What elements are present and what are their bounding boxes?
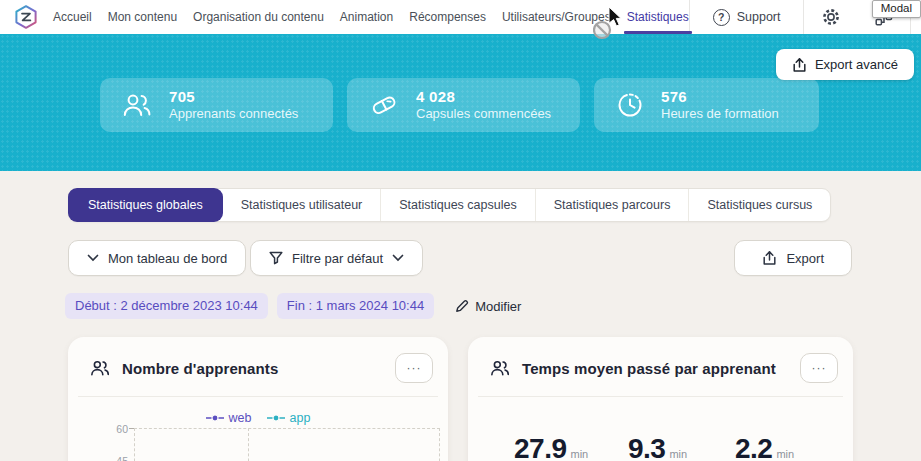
export-advanced-button[interactable]: Export avancé bbox=[776, 49, 914, 80]
modify-dates-button[interactable]: Modifier bbox=[455, 299, 521, 314]
stat-value: 27.9 bbox=[514, 433, 567, 461]
kpi-capsules-started: 4 028 Capsules commencées bbox=[347, 78, 580, 132]
nav-items: Accueil Mon contenu Organisation du cont… bbox=[53, 0, 689, 34]
kpi-text: 576 Heures de formation bbox=[661, 88, 779, 123]
gridline-horizontal bbox=[134, 428, 440, 429]
more-options-button[interactable]: ··· bbox=[800, 353, 838, 383]
avg-time-values: 27.9 min 9.3 min 2.2 min bbox=[468, 433, 853, 461]
kpi-value: 576 bbox=[661, 88, 779, 107]
kpi-learners-connected: 705 Apprenants connectés bbox=[100, 78, 333, 132]
legend-label: web bbox=[229, 411, 252, 425]
kpi-label: Capsules commencées bbox=[416, 106, 551, 122]
avg-time-panel: Temps moyen passé par apprenant ··· 27.9… bbox=[468, 337, 853, 461]
avg-time-stat: 27.9 min bbox=[514, 433, 588, 461]
chevron-down-icon bbox=[87, 254, 99, 262]
share-icon bbox=[762, 250, 777, 266]
nav-item-organisation-du-contenu[interactable]: Organisation du contenu bbox=[193, 0, 324, 34]
panel-title: Nombre d'apprenants bbox=[122, 360, 278, 377]
avg-time-stat: 2.2 min bbox=[735, 433, 794, 461]
kpi-row: 705 Apprenants connectés 4 028 Capsules … bbox=[100, 78, 819, 132]
chevron-down-icon bbox=[392, 254, 404, 262]
users-icon bbox=[121, 90, 153, 120]
statistics-tabbar: Statistiques globales Statistiques utili… bbox=[68, 188, 831, 222]
tab-statistiques-utilisateur[interactable]: Statistiques utilisateur bbox=[223, 189, 381, 221]
stat-value: 2.2 bbox=[735, 433, 772, 461]
kpi-value: 705 bbox=[169, 88, 298, 107]
export-button[interactable]: Export bbox=[734, 240, 852, 276]
tab-statistiques-capsules[interactable]: Statistiques capsules bbox=[380, 189, 534, 221]
kpi-training-hours: 576 Heures de formation bbox=[594, 78, 819, 132]
y-axis-line bbox=[134, 428, 135, 461]
gear-icon bbox=[821, 7, 841, 27]
kpi-text: 4 028 Capsules commencées bbox=[416, 88, 551, 123]
nav-item-statistiques[interactable]: Statistiques bbox=[627, 0, 689, 34]
filter-icon bbox=[269, 251, 283, 265]
active-nav-indicator bbox=[624, 31, 692, 34]
stat-unit: min bbox=[571, 448, 589, 460]
nav-item-accueil[interactable]: Accueil bbox=[53, 0, 92, 34]
nav-item-recompenses[interactable]: Récompenses bbox=[409, 0, 486, 34]
date-end-chip: Fin : 1 mars 2024 10:44 bbox=[277, 293, 434, 319]
users-icon bbox=[488, 358, 512, 378]
nav-item-label: Statistiques bbox=[627, 10, 689, 24]
avg-time-stat: 9.3 min bbox=[628, 433, 687, 461]
tab-statistiques-parcours[interactable]: Statistiques parcours bbox=[535, 189, 689, 221]
export-advanced-label: Export avancé bbox=[815, 57, 898, 72]
modify-label: Modifier bbox=[475, 299, 521, 314]
y-axis-tick-45: 45 bbox=[106, 455, 128, 461]
nav-item-mon-contenu[interactable]: Mon contenu bbox=[108, 0, 177, 34]
modal-tooltip: Modal bbox=[872, 0, 921, 18]
top-navigation: Accueil Mon contenu Organisation du cont… bbox=[0, 0, 921, 34]
nav-item-utilisateurs-groupes[interactable]: Utilisateurs/Groupes bbox=[502, 0, 611, 34]
main-content: Statistiques globales Statistiques utili… bbox=[0, 171, 921, 461]
nav-item-animation[interactable]: Animation bbox=[340, 0, 393, 34]
stats-banner: Export avancé 705 Apprenants connectés bbox=[0, 34, 921, 171]
share-icon bbox=[792, 57, 807, 73]
stat-value: 9.3 bbox=[628, 433, 665, 461]
panel-title: Temps moyen passé par apprenant bbox=[522, 360, 776, 377]
date-start-chip: Début : 2 décembre 2023 10:44 bbox=[65, 293, 268, 319]
gridline-vertical bbox=[439, 428, 440, 461]
filter-dropdown-label: Filtre par défaut bbox=[292, 251, 383, 266]
tab-statistiques-globales[interactable]: Statistiques globales bbox=[68, 188, 223, 222]
settings-button[interactable] bbox=[804, 7, 858, 27]
kpi-label: Apprenants connectés bbox=[169, 106, 298, 122]
learners-chart-panel: Nombre d'apprenants ··· web a bbox=[68, 337, 448, 461]
learners-chart: web app 60 45 bbox=[68, 397, 448, 461]
date-filter-row: Début : 2 décembre 2023 10:44 Fin : 1 ma… bbox=[65, 293, 521, 319]
panel-header: Temps moyen passé par apprenant ··· bbox=[468, 337, 853, 383]
y-axis-tick-60: 60 bbox=[106, 423, 128, 435]
support-label: Support bbox=[737, 10, 781, 24]
help-icon: ? bbox=[713, 9, 730, 26]
legend-label: app bbox=[290, 411, 311, 425]
divider bbox=[478, 396, 843, 397]
users-icon bbox=[88, 358, 112, 378]
dashboard-dropdown-label: Mon tableau de bord bbox=[108, 251, 227, 266]
more-options-button[interactable]: ··· bbox=[395, 353, 433, 383]
app-logo[interactable] bbox=[13, 4, 39, 30]
kpi-label: Heures de formation bbox=[661, 106, 779, 122]
gridline-vertical bbox=[248, 428, 249, 461]
stat-unit: min bbox=[776, 448, 794, 460]
export-label: Export bbox=[786, 251, 824, 266]
kpi-text: 705 Apprenants connectés bbox=[169, 88, 298, 123]
pencil-icon bbox=[455, 299, 469, 313]
capsule-icon bbox=[368, 90, 400, 120]
clock-icon bbox=[615, 90, 645, 120]
stat-unit: min bbox=[669, 448, 687, 460]
tab-statistiques-cursus[interactable]: Statistiques cursus bbox=[688, 189, 830, 221]
filter-dropdown-button[interactable]: Filtre par défaut bbox=[250, 240, 423, 276]
support-button[interactable]: ? Support bbox=[690, 9, 804, 26]
legend-item-app[interactable]: app bbox=[267, 411, 311, 425]
panel-header: Nombre d'apprenants ··· bbox=[68, 337, 448, 383]
legend-item-web[interactable]: web bbox=[206, 411, 252, 425]
kpi-value: 4 028 bbox=[416, 88, 551, 107]
dashboard-dropdown-button[interactable]: Mon tableau de bord bbox=[68, 240, 246, 276]
